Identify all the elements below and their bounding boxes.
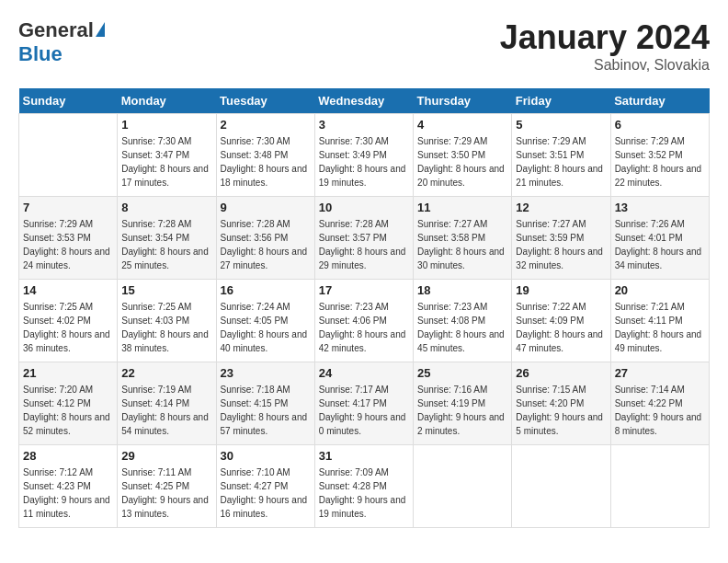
calendar-cell xyxy=(19,114,118,197)
calendar-cell: 15Sunrise: 7:25 AMSunset: 4:03 PMDayligh… xyxy=(118,280,216,362)
logo-general-text: General xyxy=(18,18,94,42)
week-row-4: 28Sunrise: 7:12 AMSunset: 4:23 PMDayligh… xyxy=(19,445,710,528)
week-row-1: 7Sunrise: 7:29 AMSunset: 3:53 PMDaylight… xyxy=(19,197,710,280)
day-number: 17 xyxy=(319,283,409,297)
calendar-cell: 11Sunrise: 7:27 AMSunset: 3:58 PMDayligh… xyxy=(414,197,512,280)
calendar-cell: 12Sunrise: 7:27 AMSunset: 3:59 PMDayligh… xyxy=(512,197,610,280)
day-info: Sunrise: 7:17 AMSunset: 4:17 PMDaylight:… xyxy=(319,383,409,438)
calendar-cell: 31Sunrise: 7:09 AMSunset: 4:28 PMDayligh… xyxy=(314,445,413,528)
day-number: 15 xyxy=(121,283,211,297)
day-info: Sunrise: 7:16 AMSunset: 4:19 PMDaylight:… xyxy=(417,383,507,438)
day-number: 23 xyxy=(221,366,311,380)
header-day-monday: Monday xyxy=(118,88,216,114)
header-day-wednesday: Wednesday xyxy=(314,88,413,114)
calendar-cell: 23Sunrise: 7:18 AMSunset: 4:15 PMDayligh… xyxy=(216,362,314,445)
calendar-cell: 30Sunrise: 7:10 AMSunset: 4:27 PMDayligh… xyxy=(216,445,314,528)
calendar-cell: 13Sunrise: 7:26 AMSunset: 4:01 PMDayligh… xyxy=(610,197,709,280)
logo-blue-text: Blue xyxy=(18,42,63,66)
day-number: 8 xyxy=(121,201,211,214)
calendar-cell: 16Sunrise: 7:24 AMSunset: 4:05 PMDayligh… xyxy=(216,280,314,362)
day-info: Sunrise: 7:28 AMSunset: 3:54 PMDaylight:… xyxy=(121,217,211,272)
calendar-cell: 8Sunrise: 7:28 AMSunset: 3:54 PMDaylight… xyxy=(118,197,216,280)
day-info: Sunrise: 7:27 AMSunset: 3:58 PMDaylight:… xyxy=(417,217,507,272)
day-number: 19 xyxy=(516,283,606,297)
day-info: Sunrise: 7:20 AMSunset: 4:12 PMDaylight:… xyxy=(23,383,113,438)
calendar-cell: 10Sunrise: 7:28 AMSunset: 3:57 PMDayligh… xyxy=(314,197,413,280)
day-number: 12 xyxy=(516,201,606,214)
week-row-0: 1Sunrise: 7:30 AMSunset: 3:47 PMDaylight… xyxy=(19,114,710,197)
header-day-sunday: Sunday xyxy=(19,88,118,114)
calendar-cell xyxy=(610,445,709,528)
calendar-cell: 20Sunrise: 7:21 AMSunset: 4:11 PMDayligh… xyxy=(610,280,709,362)
day-info: Sunrise: 7:18 AMSunset: 4:15 PMDaylight:… xyxy=(221,383,311,438)
title-block: January 2024 Sabinov, Slovakia xyxy=(500,18,710,74)
header-day-thursday: Thursday xyxy=(414,88,512,114)
day-number: 16 xyxy=(221,283,311,297)
day-info: Sunrise: 7:28 AMSunset: 3:57 PMDaylight:… xyxy=(319,217,409,272)
day-info: Sunrise: 7:21 AMSunset: 4:11 PMDaylight:… xyxy=(615,300,705,355)
day-info: Sunrise: 7:24 AMSunset: 4:05 PMDaylight:… xyxy=(221,300,311,355)
day-number: 26 xyxy=(516,366,606,380)
calendar-cell: 17Sunrise: 7:23 AMSunset: 4:06 PMDayligh… xyxy=(314,280,413,362)
day-number: 4 xyxy=(417,118,507,132)
day-info: Sunrise: 7:29 AMSunset: 3:50 PMDaylight:… xyxy=(417,134,507,190)
day-number: 29 xyxy=(121,449,211,463)
page-header: General Blue January 2024 Sabinov, Slova… xyxy=(18,18,710,74)
logo-triangle-icon xyxy=(96,22,105,37)
day-info: Sunrise: 7:26 AMSunset: 4:01 PMDaylight:… xyxy=(615,217,705,272)
day-number: 5 xyxy=(516,118,606,132)
day-info: Sunrise: 7:30 AMSunset: 3:49 PMDaylight:… xyxy=(319,134,409,190)
week-row-3: 21Sunrise: 7:20 AMSunset: 4:12 PMDayligh… xyxy=(19,362,710,445)
day-number: 1 xyxy=(121,118,211,132)
calendar-cell: 24Sunrise: 7:17 AMSunset: 4:17 PMDayligh… xyxy=(314,362,413,445)
day-info: Sunrise: 7:27 AMSunset: 3:59 PMDaylight:… xyxy=(516,217,606,272)
day-number: 10 xyxy=(319,201,409,214)
calendar-cell: 29Sunrise: 7:11 AMSunset: 4:25 PMDayligh… xyxy=(118,445,216,528)
day-number: 21 xyxy=(23,366,113,380)
day-info: Sunrise: 7:19 AMSunset: 4:14 PMDaylight:… xyxy=(121,383,211,438)
calendar-cell: 25Sunrise: 7:16 AMSunset: 4:19 PMDayligh… xyxy=(414,362,512,445)
day-number: 22 xyxy=(121,366,211,380)
day-info: Sunrise: 7:12 AMSunset: 4:23 PMDaylight:… xyxy=(23,465,113,521)
day-number: 27 xyxy=(615,366,705,380)
calendar-cell: 5Sunrise: 7:29 AMSunset: 3:51 PMDaylight… xyxy=(512,114,610,197)
day-info: Sunrise: 7:25 AMSunset: 4:03 PMDaylight:… xyxy=(121,300,211,355)
calendar-cell: 1Sunrise: 7:30 AMSunset: 3:47 PMDaylight… xyxy=(118,114,216,197)
day-number: 14 xyxy=(23,283,113,297)
day-info: Sunrise: 7:28 AMSunset: 3:56 PMDaylight:… xyxy=(221,217,311,272)
calendar-cell: 14Sunrise: 7:25 AMSunset: 4:02 PMDayligh… xyxy=(19,280,118,362)
day-info: Sunrise: 7:23 AMSunset: 4:08 PMDaylight:… xyxy=(417,300,507,355)
calendar-cell: 7Sunrise: 7:29 AMSunset: 3:53 PMDaylight… xyxy=(19,197,118,280)
day-number: 30 xyxy=(221,449,311,463)
header-day-saturday: Saturday xyxy=(610,88,709,114)
day-number: 2 xyxy=(221,118,311,132)
calendar-cell: 6Sunrise: 7:29 AMSunset: 3:52 PMDaylight… xyxy=(610,114,709,197)
calendar-cell: 21Sunrise: 7:20 AMSunset: 4:12 PMDayligh… xyxy=(19,362,118,445)
day-info: Sunrise: 7:09 AMSunset: 4:28 PMDaylight:… xyxy=(319,465,409,521)
day-number: 28 xyxy=(23,449,113,463)
logo: General Blue xyxy=(18,18,105,66)
day-info: Sunrise: 7:11 AMSunset: 4:25 PMDaylight:… xyxy=(121,465,211,521)
day-number: 11 xyxy=(417,201,507,214)
day-number: 7 xyxy=(23,201,113,214)
calendar-cell: 3Sunrise: 7:30 AMSunset: 3:49 PMDaylight… xyxy=(314,114,413,197)
day-number: 18 xyxy=(417,283,507,297)
day-info: Sunrise: 7:15 AMSunset: 4:20 PMDaylight:… xyxy=(516,383,606,438)
day-info: Sunrise: 7:10 AMSunset: 4:27 PMDaylight:… xyxy=(221,465,311,521)
day-number: 20 xyxy=(615,283,705,297)
day-info: Sunrise: 7:29 AMSunset: 3:53 PMDaylight:… xyxy=(23,217,113,272)
calendar-cell: 2Sunrise: 7:30 AMSunset: 3:48 PMDaylight… xyxy=(216,114,314,197)
day-number: 25 xyxy=(417,366,507,380)
day-number: 13 xyxy=(615,201,705,214)
day-info: Sunrise: 7:29 AMSunset: 3:51 PMDaylight:… xyxy=(516,134,606,190)
day-info: Sunrise: 7:23 AMSunset: 4:06 PMDaylight:… xyxy=(319,300,409,355)
day-number: 24 xyxy=(319,366,409,380)
day-number: 6 xyxy=(615,118,705,132)
calendar-cell xyxy=(512,445,610,528)
header-day-friday: Friday xyxy=(512,88,610,114)
day-number: 9 xyxy=(221,201,311,214)
day-number: 3 xyxy=(319,118,409,132)
day-info: Sunrise: 7:30 AMSunset: 3:48 PMDaylight:… xyxy=(221,134,311,190)
calendar-cell: 18Sunrise: 7:23 AMSunset: 4:08 PMDayligh… xyxy=(414,280,512,362)
calendar-cell xyxy=(414,445,512,528)
